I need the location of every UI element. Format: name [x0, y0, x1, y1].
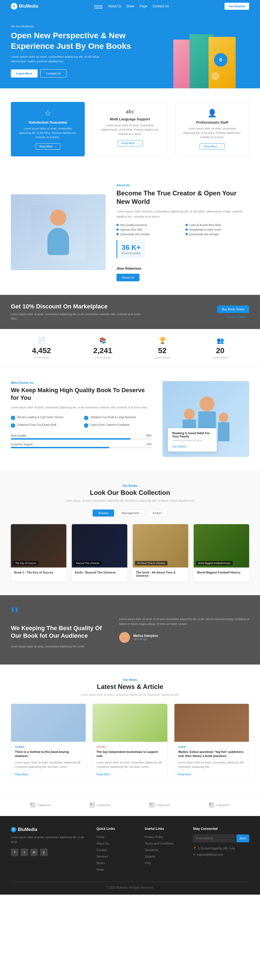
quick-link-anchor-5[interactable]: News: [97, 868, 104, 871]
partner-name-0: Logopsum: [37, 803, 51, 807]
footer-address: 📍 6, Suraval Nagar/No.400, Kura ✉ suppor…: [193, 846, 249, 857]
get-started-button[interactable]: Get Started: [225, 3, 249, 10]
quick-link-anchor-4[interactable]: Books: [97, 861, 105, 865]
fig-head-3: [219, 413, 228, 422]
buy-book-button[interactable]: Buy Book Online: [217, 305, 249, 313]
discount-banner: Get 10% Discount On Marketplace Lorem ip…: [0, 295, 260, 329]
news-card-2: Guide Wyden, Eshoo questions "big five" …: [174, 703, 249, 780]
contact-sales-link[interactable]: Contact Sales →: [227, 315, 249, 318]
newsletter-title: Stay Connected: [193, 827, 249, 830]
social-youtube[interactable]: y: [40, 848, 48, 856]
contact-us-hero-button[interactable]: Contact Us: [40, 69, 67, 78]
stat-1: 📚 2,241 Lorem ipsum: [93, 337, 112, 359]
useful-link-anchor-2[interactable]: Disclaimer: [145, 848, 159, 851]
about-feature-label-3: Acselebrate to each result: [189, 228, 221, 231]
why-feature-text-3: Learn From Customer Feedback: [90, 423, 130, 427]
why-content: Why Choose Us We Keep Making High Qualit…: [11, 381, 152, 457]
partner-1: ◈ Logopsum: [90, 802, 111, 808]
stat-label-2: Lorem ipsum: [154, 356, 170, 359]
useful-link-anchor-1[interactable]: Terms and Conditions: [145, 842, 174, 845]
book-info-1: Earth : Beyond The Universe: [72, 568, 127, 578]
quick-link-anchor-0[interactable]: Home: [97, 835, 104, 838]
partner-icon-3: ◆: [209, 802, 214, 808]
newsletter-email-input[interactable]: [193, 834, 235, 842]
news-label: Our News: [11, 678, 249, 681]
why-feature-1: ✓ Solutions For Small & Large Business: [84, 415, 152, 420]
footer-bottom: © 2023 BluMedia. All Rights Reserved.: [11, 881, 249, 889]
why-card-link[interactable]: Get Started →: [172, 445, 190, 448]
why-feature-3: ✓ Learn From Customer Feedback: [84, 423, 152, 428]
testimonial-text: Lorem ipsum dolor sit amet, et sit and c…: [119, 617, 249, 627]
features-section: ☆ Satisfaction Guarantee Lorem ipsum dol…: [0, 88, 260, 170]
about-us-button[interactable]: About Us: [116, 274, 140, 281]
about-content: About Us Become The True Creator & Open …: [116, 183, 249, 281]
partner-3: ◆ Logopsum: [209, 802, 230, 808]
useful-link-2: Disclaimer: [145, 848, 182, 852]
filter-fiction[interactable]: Fiction: [147, 509, 167, 517]
stats-bar: 📄 4,452 Lorem ipsum 📚 2,241 Lorem ipsum …: [0, 329, 260, 368]
stat-label-0: Lorem ipsum: [33, 356, 49, 359]
footer-logo-icon: B: [11, 827, 16, 832]
progress-section: Book Quality 85% Customer Support 70%: [11, 434, 152, 448]
news-grid: Guides There is a method to this book-bu…: [11, 703, 249, 780]
quick-link-2: Contact: [97, 848, 134, 852]
about-label: About Us: [116, 183, 249, 187]
about-title: Become The True Creator & Open Your New …: [116, 189, 249, 206]
brand-logo[interactable]: B BluMedia: [11, 3, 38, 10]
stat-icon-2: 🏆: [159, 337, 166, 344]
partner-icon-2: ⊞: [149, 802, 155, 808]
social-facebook[interactable]: f: [11, 848, 18, 856]
news-link-1[interactable]: Read More: [97, 773, 110, 776]
useful-links-list: Privacy Policy Terms and Conditions Disc…: [145, 834, 182, 865]
useful-link-anchor-4[interactable]: FAQ: [145, 861, 151, 865]
quick-link-anchor-2[interactable]: Contact: [97, 848, 107, 851]
testimonial-author: Melisa Hampton CEO Binge: [119, 632, 249, 643]
useful-link-anchor-3[interactable]: Support: [145, 855, 155, 858]
fig-head-1: [184, 409, 195, 420]
about-feature-3: Acselebrate to each result: [185, 228, 249, 231]
news-excerpt-0: Lorem ipsum dolor sit amet, consectetur …: [15, 760, 82, 769]
nav-book[interactable]: Book: [127, 4, 134, 8]
news-link-0[interactable]: Read More: [15, 773, 28, 776]
check-icon: [116, 233, 119, 235]
about-feature-label-5: Quisnumde sint corrupte: [189, 233, 219, 236]
feature-link-0[interactable]: Read More →: [35, 143, 60, 150]
book-cover-2: All About Time & Universe: [133, 524, 188, 568]
useful-link-anchor-0[interactable]: Privacy Policy: [145, 835, 163, 838]
news-excerpt-2: Lorem ipsum dolor sit amet, consectetur …: [178, 760, 245, 769]
newsletter-submit-button[interactable]: Send: [236, 834, 249, 842]
check-icon-0: ✓: [11, 416, 15, 420]
hero-description: Lorem ipsum dolor sit amet, consectetur …: [11, 54, 114, 64]
feature-link-1[interactable]: Read More →: [117, 140, 143, 146]
author-role: CEO Binge: [133, 638, 158, 641]
why-feature-text-1: Solutions For Small & Large Business: [90, 415, 136, 419]
news-link-2[interactable]: Read More: [178, 773, 192, 776]
feature-link-2[interactable]: Read More →: [200, 143, 225, 150]
check-icon: [185, 229, 188, 231]
social-linkedin[interactable]: in: [30, 848, 38, 856]
filter-browse[interactable]: Browse: [93, 509, 114, 517]
useful-links-title: Useful Links: [145, 827, 182, 830]
nav-contact[interactable]: Contact Us: [153, 4, 169, 8]
news-category-2: Guide: [178, 746, 245, 748]
social-twitter[interactable]: t: [21, 848, 28, 856]
book-info-0: Book 1 : The Key of Succes: [11, 568, 67, 578]
nav-page[interactable]: Page: [140, 4, 147, 8]
learn-more-button[interactable]: Learn More: [11, 69, 38, 78]
author-avatar: [119, 632, 130, 643]
quick-links-title: Quick Links: [97, 827, 134, 830]
nav-home[interactable]: Home: [94, 4, 103, 8]
nav-about[interactable]: About Us: [108, 4, 121, 8]
progress-1: Customer Support 70%: [11, 443, 152, 448]
quote-icon: ": [11, 609, 108, 622]
author-name: Jhon Robertson: [116, 267, 249, 270]
quick-link-anchor-3[interactable]: Services: [97, 855, 108, 858]
book-card-3: World Biggest Football-Horary World Bigg…: [193, 524, 249, 582]
feature-title-0: Satisfaction Guarantee: [17, 120, 78, 124]
filter-management[interactable]: Management: [116, 509, 145, 517]
progress-label-0: Book Quality 85%: [11, 434, 152, 437]
quick-link-anchor-1[interactable]: About Us: [97, 842, 109, 845]
footer-brand: B BluMedia Lorem ipsum dolor sit amet, c…: [11, 827, 86, 873]
book-filters: Browse Management Fiction: [11, 509, 249, 517]
books-description: Lorem ipsum, sit amet consectetur adipis…: [11, 499, 249, 503]
